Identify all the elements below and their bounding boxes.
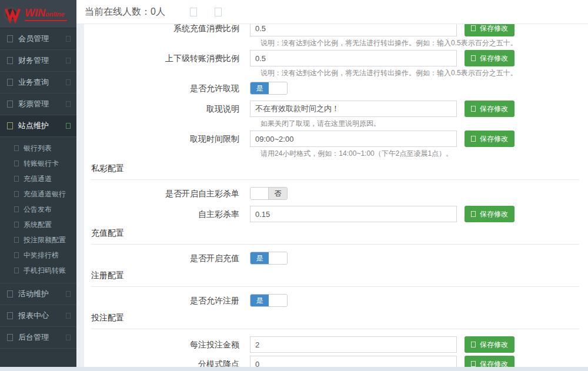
sidebar-subitem-label: 手机扫码转账 bbox=[24, 266, 66, 276]
save-square-icon bbox=[471, 342, 476, 347]
content-area: 系统充值消费比例 保存修改 说明：没有达到这个比例，将无法进行转出操作。例如：输… bbox=[76, 24, 588, 367]
sidebar-subitem-system-config[interactable]: 系统配置 bbox=[0, 217, 76, 232]
field-label: 分模式降点 bbox=[84, 356, 250, 367]
sidebar-subitem-label: 充值通道 bbox=[24, 174, 52, 184]
save-square-icon bbox=[471, 55, 476, 61]
field-hint: 说明：没有达到这个比例，将无法进行转出操作。例如：输入0.5表示百分之五十。 bbox=[260, 69, 588, 77]
sidebar-item-activity[interactable]: 活动维护 bbox=[0, 283, 76, 305]
topbar-placeholder-icon-1[interactable] bbox=[190, 8, 197, 16]
logo[interactable]: WIN online bbox=[0, 0, 76, 28]
toggle-segment-left: 是 bbox=[250, 295, 269, 306]
sidebar-item-label: 业务查询 bbox=[18, 77, 49, 88]
input-withdraw-note[interactable] bbox=[250, 101, 457, 117]
sidebar-item-label: 财务管理 bbox=[18, 55, 49, 66]
field-label: 上下级转账消费比例 bbox=[84, 50, 250, 66]
submenu-square-icon bbox=[14, 268, 19, 273]
form-row-system-recharge-ratio: 系统充值消费比例 保存修改 说明：没有达到这个比例，将无法进行转出操作。例如：输… bbox=[84, 24, 588, 47]
sidebar-subitem-mobile-qr-transfer[interactable]: 手机扫码转账 bbox=[0, 263, 76, 278]
toggle-segment-right bbox=[269, 82, 287, 94]
chevron-icon bbox=[66, 36, 71, 42]
sidebar-item-business-query[interactable]: 业务查询 bbox=[0, 72, 76, 93]
sidebar-item-label: 站点维护 bbox=[18, 121, 49, 131]
save-button-label: 保存修改 bbox=[480, 24, 508, 34]
sidebar-subitem-announcement[interactable]: 公告发布 bbox=[0, 202, 76, 217]
sidebar-item-members[interactable]: 会员管理 bbox=[0, 28, 76, 50]
sidebar-subitem-prize-ranking[interactable]: 中奖排行榜 bbox=[0, 248, 76, 263]
field-label: 取现说明 bbox=[84, 101, 250, 117]
field-label: 是否允许取现 bbox=[84, 82, 250, 95]
submenu-square-icon bbox=[14, 206, 19, 212]
input-self-lottery-kill-rate[interactable] bbox=[250, 206, 457, 222]
sidebar: WIN online 会员管理 财务管理 业务查询 彩票管理 站点维护 银行列表… bbox=[0, 0, 76, 367]
toggle-allow-register[interactable]: 是 bbox=[250, 294, 288, 307]
chevron-icon bbox=[66, 291, 71, 297]
submenu-square-icon bbox=[14, 161, 19, 166]
chevron-icon bbox=[66, 79, 71, 85]
toggle-allow-withdraw[interactable]: 是 bbox=[250, 82, 288, 95]
sidebar-item-label: 活动维护 bbox=[18, 289, 49, 299]
sidebar-subitem-bank-list[interactable]: 银行列表 bbox=[0, 141, 76, 156]
topbar: 当前在线人数：0人 bbox=[76, 0, 588, 24]
save-square-icon bbox=[471, 25, 476, 31]
sidebar-subitem-recharge-channel[interactable]: 充值通道 bbox=[0, 171, 76, 186]
input-transfer-ratio[interactable] bbox=[250, 50, 457, 66]
sidebar-item-finance[interactable]: 财务管理 bbox=[0, 50, 76, 72]
form-row-transfer-ratio: 上下级转账消费比例 保存修改 说明：没有达到这个比例，将无法进行转出操作。例如：… bbox=[84, 50, 588, 77]
topbar-placeholder-icon-2[interactable] bbox=[215, 8, 222, 16]
logo-badge-icon bbox=[2, 5, 24, 24]
menu-square-icon bbox=[7, 79, 13, 86]
sidebar-subitem-label: 系统配置 bbox=[24, 220, 52, 230]
sidebar-subitem-label: 公告发布 bbox=[24, 205, 52, 215]
toggle-segment-right: 否 bbox=[269, 188, 287, 199]
input-bet-amount-per-note[interactable] bbox=[250, 336, 457, 353]
field-hint: 请用24小时格式，例如：14:00~1:00（下午2点至凌晨1点）。 bbox=[260, 149, 588, 158]
input-fen-mode-discount[interactable] bbox=[250, 356, 457, 367]
sidebar-subitem-bet-limit-config[interactable]: 投注限额配置 bbox=[0, 232, 76, 248]
sidebar-subitem-transfer-bank-card[interactable]: 转账银行卡 bbox=[0, 156, 76, 171]
form-row-bet-amount-per-note: 每注投注金额 保存修改 bbox=[84, 336, 588, 353]
menu-square-icon bbox=[7, 334, 13, 341]
brand-online-text: online bbox=[45, 11, 64, 18]
brand-win-text: WIN bbox=[25, 7, 45, 19]
save-button-transfer-ratio[interactable]: 保存修改 bbox=[465, 50, 514, 66]
menu-square-icon bbox=[7, 290, 13, 298]
field-label: 取现时间限制 bbox=[84, 131, 250, 147]
save-button-label: 保存修改 bbox=[480, 104, 508, 114]
section-title-recharge-config: 充值配置 bbox=[91, 228, 579, 245]
save-button-label: 保存修改 bbox=[480, 134, 508, 144]
sidebar-item-reports[interactable]: 报表中心 bbox=[0, 305, 76, 327]
field-label: 每注投注金额 bbox=[84, 336, 250, 353]
submenu-square-icon bbox=[14, 237, 19, 243]
sidebar-item-label: 报表中心 bbox=[18, 310, 49, 321]
brand: WIN online bbox=[25, 7, 67, 21]
menu-square-icon bbox=[7, 35, 13, 42]
toggle-enable-recharge[interactable]: 是 bbox=[250, 252, 288, 265]
toggle-self-lottery-kill[interactable]: 否 bbox=[250, 187, 288, 200]
input-system-recharge-ratio[interactable] bbox=[250, 24, 457, 36]
field-label: 是否开启充值 bbox=[84, 252, 250, 265]
settings-card: 系统充值消费比例 保存修改 说明：没有达到这个比例，将无法进行转出操作。例如：输… bbox=[84, 24, 588, 367]
online-count-label: 当前在线人数：0人 bbox=[85, 6, 165, 18]
sidebar-item-admin[interactable]: 后台管理 bbox=[0, 327, 76, 349]
field-label: 是否允许注册 bbox=[84, 294, 250, 307]
save-button-label: 保存修改 bbox=[480, 340, 508, 350]
chevron-icon bbox=[66, 313, 71, 319]
save-button-withdraw-time-limit[interactable]: 保存修改 bbox=[465, 131, 514, 147]
sidebar-item-site-maintenance[interactable]: 站点维护 bbox=[0, 115, 76, 137]
save-button-withdraw-note[interactable]: 保存修改 bbox=[465, 101, 514, 117]
toggle-segment-left bbox=[250, 188, 269, 199]
input-withdraw-time-limit[interactable] bbox=[250, 131, 457, 147]
brand-underline bbox=[25, 20, 67, 21]
field-label: 是否开启自主彩杀单 bbox=[84, 187, 250, 200]
section-title-register-config: 注册配置 bbox=[91, 270, 579, 287]
toggle-segment-left: 是 bbox=[250, 252, 269, 264]
save-button-bet-amount-per-note[interactable]: 保存修改 bbox=[465, 336, 514, 353]
save-button-fen-mode-discount[interactable]: 保存修改 bbox=[465, 356, 514, 367]
save-square-icon bbox=[471, 211, 476, 217]
save-button-system-recharge-ratio[interactable]: 保存修改 bbox=[465, 24, 514, 36]
chevron-icon bbox=[66, 101, 71, 107]
save-button-self-lottery-kill-rate[interactable]: 保存修改 bbox=[465, 206, 514, 222]
sidebar-subitem-recharge-channel-bank[interactable]: 充值通道银行 bbox=[0, 186, 76, 202]
field-label: 系统充值消费比例 bbox=[84, 24, 250, 36]
sidebar-item-lottery[interactable]: 彩票管理 bbox=[0, 93, 76, 115]
